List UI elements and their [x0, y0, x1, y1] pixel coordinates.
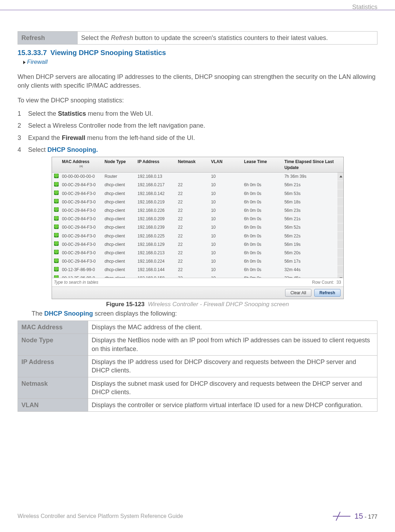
col-node[interactable]: Node Type	[103, 157, 136, 172]
step-bold: Statistics	[58, 110, 86, 117]
table-search-input[interactable]	[54, 280, 159, 285]
step-num: 4	[18, 146, 22, 154]
step-text2: menu from the left-hand side of the UI.	[85, 134, 195, 141]
table-row[interactable]: 00-0C-29-84-F3-0dhcp-client192.168.0.217…	[52, 181, 343, 189]
section-header: Statistics	[352, 3, 377, 11]
field-row: Node TypeDisplays the NetBios node with …	[18, 334, 377, 356]
figure-title: Wireless Controller - Firewall DHCP Snoo…	[148, 301, 289, 308]
status-icon	[54, 207, 59, 212]
field-desc: Displays the NetBios node with an IP poo…	[88, 334, 377, 356]
section-title: Viewing DHCP Snooping Statistics	[50, 49, 166, 56]
field-row: NetmaskDisplays the subnet mask used for…	[18, 377, 377, 399]
step-4: 4 Select DHCP Snooping.	[18, 146, 377, 154]
row-count-label: Row Count:	[312, 280, 334, 285]
col-lease[interactable]: Lease Time	[242, 157, 282, 172]
step-blue: DHCP Snooping.	[47, 146, 98, 153]
breadcrumb-text: Firewall	[27, 59, 48, 65]
intro-paragraph: When DHCP servers are allocating IP addr…	[18, 73, 377, 90]
table-row[interactable]: 00-12-3F-86-99-0dhcp-client192.168.0.158…	[52, 274, 343, 278]
status-icon	[54, 250, 59, 254]
table-row[interactable]: 00-0C-29-84-F3-0dhcp-client192.168.0.226…	[52, 206, 343, 215]
field-name: Node Type	[18, 334, 88, 356]
field-desc: Displays the subnet mask used for DHCP d…	[88, 377, 377, 399]
status-icon	[54, 182, 59, 187]
col-elapsed[interactable]: Time Elapsed Since Last Update	[282, 157, 337, 172]
footer-page-number: 15 - 177	[355, 511, 377, 521]
field-desc: Displays the IP address used for DHCP di…	[88, 356, 377, 377]
field-name: VLAN	[18, 399, 88, 412]
section-heading: 15.3.33.7Viewing DHCP Snooping Statistic…	[18, 48, 377, 58]
step-text: Select	[28, 146, 47, 153]
col-vlan[interactable]: VLAN	[209, 157, 242, 172]
status-icon	[54, 258, 59, 263]
field-row: MAC AddressDisplays the MAC address of t…	[18, 321, 377, 334]
field-name: Netmask	[18, 377, 88, 399]
table-row[interactable]: 00-12-3F-86-99-0dhcp-client192.168.0.144…	[52, 266, 343, 274]
step-text: Select a Wireless Controller node from t…	[28, 121, 205, 130]
table-row[interactable]: 00-0C-29-84-F3-0dhcp-client192.168.0.213…	[52, 249, 343, 257]
status-icon	[54, 275, 59, 278]
refresh-desc-em: Refresh	[111, 34, 133, 41]
step-3: 3 Expand the Firewall menu from the left…	[18, 134, 377, 142]
table-row[interactable]: 00-0C-29-84-F3-0dhcp-client192.168.0.224…	[52, 257, 343, 266]
status-icon	[54, 233, 59, 237]
field-desc: Displays the MAC address of the client.	[88, 321, 377, 334]
table-row[interactable]: 00-0C-29-84-F3-0dhcp-client192.168.0.219…	[52, 198, 343, 206]
refresh-desc: Select the Refresh button to update the …	[78, 32, 377, 45]
status-icon	[54, 199, 59, 203]
step-bold: Firewall	[62, 134, 85, 141]
table-row[interactable]: 00-0C-29-84-F3-0dhcp-client192.168.0.209…	[52, 215, 343, 223]
table-row[interactable]: 00-0C-29-84-F3-0dhcp-client192.168.0.225…	[52, 232, 343, 240]
lead-paragraph: To view the DHCP snooping statistics:	[18, 96, 377, 105]
clear-all-button[interactable]: Clear All	[285, 289, 311, 297]
figure-number: Figure 15-123	[106, 301, 145, 308]
footer-book-title: Wireless Controller and Service Platform…	[18, 512, 183, 520]
col-mask[interactable]: Netmask	[176, 157, 209, 172]
refresh-definition-box: Refresh Select the Refresh button to upd…	[18, 31, 377, 45]
step-2: 2 Select a Wireless Controller node from…	[18, 121, 377, 130]
status-icon	[54, 267, 59, 271]
table-row[interactable]: 00-00-00-00-00-0Router192.168.0.13107h 3…	[52, 173, 343, 181]
breadcrumb: Firewall	[23, 58, 377, 66]
field-row: IP AddressDisplays the IP address used f…	[18, 356, 377, 377]
step-num: 3	[18, 134, 22, 142]
breadcrumb-arrow-icon	[23, 61, 26, 64]
figure-caption: Figure 15-123 Wireless Controller - Fire…	[18, 301, 377, 309]
step-text2: menu from the Web UI.	[86, 110, 153, 117]
status-icon	[54, 216, 59, 221]
col-ip[interactable]: IP Address	[136, 157, 176, 172]
displays-line: The DHCP Snooping screen displays the fo…	[32, 309, 377, 318]
refresh-desc-a: Select the	[81, 34, 111, 41]
status-icon	[54, 241, 59, 246]
step-num: 2	[18, 121, 22, 130]
dhcp-snooping-screenshot: MAC Address(a) Node Type IP Address Netm…	[52, 157, 344, 299]
table-row[interactable]: 00-0C-29-84-F3-0dhcp-client192.168.0.142…	[52, 189, 343, 198]
field-name: MAC Address	[18, 321, 88, 334]
status-icon	[54, 224, 59, 229]
section-number: 15.3.33.7	[18, 49, 47, 56]
status-icon	[54, 174, 59, 178]
top-rule	[0, 10, 395, 10]
field-description-table: MAC AddressDisplays the MAC address of t…	[18, 321, 377, 412]
step-text: Select the	[28, 110, 58, 117]
field-row: VLANDisplays the controller or service p…	[18, 399, 377, 412]
field-desc: Displays the controller or service platf…	[88, 399, 377, 412]
steps-list: 1 Select the Statistics menu from the We…	[18, 109, 377, 154]
field-name: IP Address	[18, 356, 88, 377]
page-footer: Wireless Controller and Service Platform…	[18, 511, 377, 521]
step-text: Expand the	[28, 134, 62, 141]
step-1: 1 Select the Statistics menu from the We…	[18, 109, 377, 118]
table-row[interactable]: 00-0C-29-84-F3-0dhcp-client192.168.0.129…	[52, 240, 343, 249]
refresh-label: Refresh	[18, 32, 78, 45]
step-num: 1	[18, 109, 22, 118]
row-count-value: 33	[336, 280, 341, 285]
refresh-desc-b: button to update the screen's statistics…	[133, 34, 328, 41]
refresh-button[interactable]: Refresh	[314, 289, 341, 297]
footer-divider-icon	[333, 512, 350, 520]
col-mac[interactable]: MAC Address(a)	[60, 157, 102, 172]
table-row[interactable]: 00-0C-29-84-F3-0dhcp-client192.168.0.239…	[52, 223, 343, 232]
status-icon	[54, 190, 59, 195]
